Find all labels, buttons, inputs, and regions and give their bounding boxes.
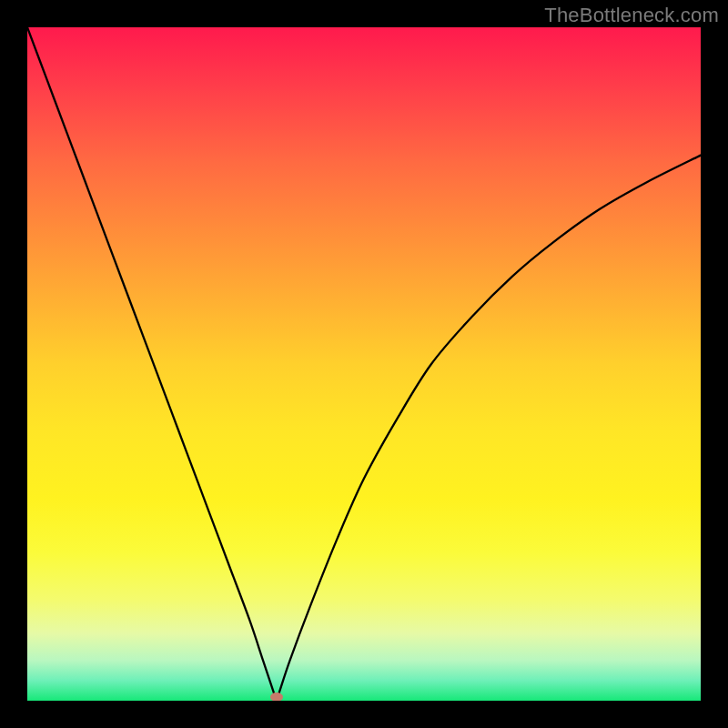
minimum-marker [270,693,283,701]
chart-frame: TheBottleneck.com [0,0,728,728]
watermark-text: TheBottleneck.com [544,4,719,27]
bottleneck-curve [27,27,701,701]
plot-area [27,27,701,701]
